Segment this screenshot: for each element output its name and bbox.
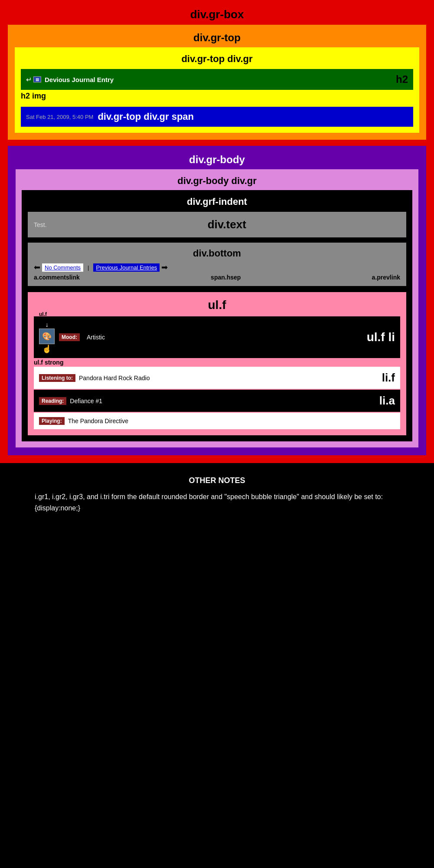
grf-indent-label: div.grf-indent (28, 196, 406, 207)
mood-tag: Mood: (59, 333, 80, 341)
mood-finger-icon: ☝ (42, 344, 52, 354)
h2-img-label: h2 img (21, 92, 46, 101)
div-text: Test. div.text (28, 212, 406, 237)
return-arrow-icon: ↵ (26, 76, 32, 84)
div-bottom-label: div.bottom (34, 248, 400, 259)
ul-f-strong-label: ul.f strong (34, 359, 63, 366)
ul-f-img-label: ul.f img (39, 311, 55, 323)
h2-bar: ↵ ▦ Devious Journal Entry h2 (21, 69, 413, 90)
ul-f-label: ul.f (34, 298, 400, 312)
comments-link[interactable]: No Comments (42, 263, 83, 272)
h2-img-inner: ▦ (36, 77, 39, 82)
prevlink-label: a.prevlink (372, 274, 400, 281)
div-text-label: div.text (54, 218, 400, 231)
listening-value: Pandora Hard Rock Radio (79, 375, 150, 381)
gr-top-inner: div.gr-top div.gr ↵ ▦ Devious Journal En… (15, 47, 419, 133)
gr-top-span-bar: Sat Feb 21, 2009, 5:40 PM div.gr-top div… (21, 107, 413, 127)
list-item-mood: ul.f img ↓ 🎨 ☝ Mood: Artistic ul.f li (34, 316, 400, 358)
list-item-reading: Reading: Defiance #1 li.a (34, 390, 400, 412)
mood-img-box: 🎨 (39, 329, 55, 344)
h2-img-box: ▦ (33, 76, 41, 82)
arrow-left-icon: ⬅ (34, 263, 40, 272)
gr-body-outer: div.gr-body div.gr-body div.gr div.grf-i… (8, 146, 426, 455)
h2-title: Devious Journal Entry (45, 76, 388, 83)
playing-value: The Pandora Directive (68, 418, 128, 424)
reading-value: Defiance #1 (70, 398, 102, 404)
li-f-label: ul.f li (109, 330, 395, 344)
h2-right-label: h2 (396, 73, 408, 85)
ul-f-list: ul.f img ↓ 🎨 ☝ Mood: Artistic ul.f li (34, 316, 400, 429)
mood-img-area: ul.f img ↓ 🎨 ☝ (39, 321, 55, 354)
reading-tag: Reading: (39, 397, 66, 405)
ul-f-container: ul.f ul.f img ↓ 🎨 ☝ (28, 292, 406, 435)
div-text-content: Test. (34, 221, 47, 228)
h2-icon-area: ↵ ▦ (26, 76, 41, 84)
grf-indent: div.grf-indent Test. div.text div.bottom… (22, 190, 412, 441)
gr-body-div-gr-label: div.gr-body div.gr (22, 175, 412, 187)
ul-f-strong-label-row: ul.f strong (34, 359, 400, 366)
listening-tag: Listening to: (39, 374, 75, 382)
commentslink-label: a.commentslink (34, 274, 80, 281)
mood-img-icon: 🎨 (42, 332, 52, 341)
li-a-label: li.a (106, 394, 395, 408)
span-date: Sat Feb 21, 2009, 5:40 PM (26, 114, 93, 120)
gr-body-label: div.gr-body (16, 154, 418, 166)
div-bottom-labels-row: a.commentslink span.hsep a.prevlink (34, 274, 400, 281)
list-item-listening: Listening to: Pandora Hard Rock Radio li… (34, 367, 400, 389)
other-notes-title: OTHER NOTES (35, 476, 399, 485)
li-f-label-right: li.f (153, 371, 395, 385)
mood-value: Artistic (87, 334, 105, 341)
gr-body-inner: div.gr-body div.gr div.grf-indent Test. … (16, 169, 418, 447)
other-notes-section: OTHER NOTES i.gr1, i.gr2, i.gr3, and i.t… (0, 463, 434, 531)
other-notes-body: i.gr1, i.gr2, i.gr3, and i.tri form the … (35, 491, 399, 513)
arrow-right-icon: ➡ (161, 263, 168, 272)
gr-box: div.gr-box div.gr-top div.gr-top div.gr … (0, 0, 434, 463)
div-bottom-row: ⬅ No Comments | Previous Journal Entries… (34, 263, 400, 272)
playing-tag: Playing: (39, 417, 65, 425)
gr-box-label: div.gr-box (8, 8, 426, 21)
gr-top-outer: div.gr-top div.gr-top div.gr ↵ ▦ Devious… (8, 25, 426, 140)
span-label: div.gr-top div.gr span (98, 111, 194, 122)
span-hsep: | (85, 263, 91, 272)
list-item-playing: Playing: The Pandora Directive (34, 413, 400, 429)
gr-top-label: div.gr-top (15, 32, 419, 44)
h2-labels-row: h2 img (21, 92, 413, 101)
div-bottom: div.bottom ⬅ No Comments | Previous Jour… (28, 243, 406, 286)
hsep-label: span.hsep (211, 274, 241, 281)
gr-top-div-gr-label: div.gr-top div.gr (21, 53, 413, 65)
prev-journal-link[interactable]: Previous Journal Entries (93, 263, 160, 272)
